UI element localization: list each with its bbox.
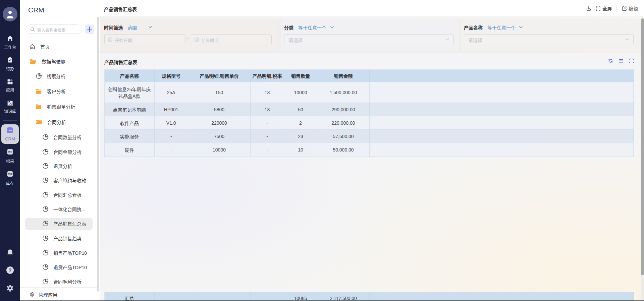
svg-text:AI: AI (9, 102, 12, 105)
